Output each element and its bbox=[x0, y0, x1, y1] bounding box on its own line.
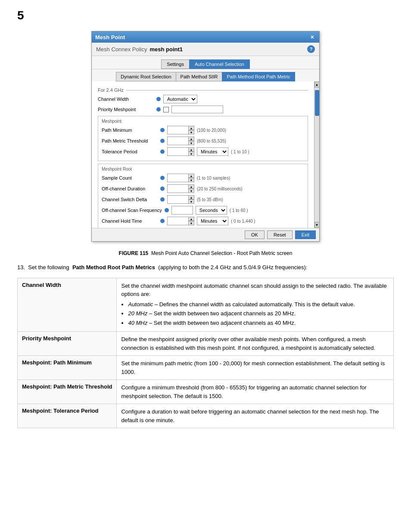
desc-cell: Set the minimum path metric (from 100 - … bbox=[117, 356, 394, 380]
scrollbar-down-button[interactable]: ▼ bbox=[314, 222, 320, 228]
path-metric-threshold-up[interactable]: ▲ bbox=[188, 137, 194, 141]
off-channel-scan-freq-unit-select[interactable]: Seconds Minutes bbox=[196, 206, 227, 215]
tab-settings[interactable]: Settings bbox=[161, 59, 189, 69]
desc-cell: Configure a duration to wait before trig… bbox=[117, 404, 394, 428]
desc-bullets: Automatic – Defines the channel width as… bbox=[128, 300, 389, 327]
dialog-title: Mesh Point bbox=[95, 34, 125, 40]
ok-button[interactable]: OK bbox=[245, 230, 265, 239]
meshpoint-section-title: Meshpoint bbox=[102, 119, 304, 124]
tolerance-period-input[interactable]: 1 bbox=[167, 147, 189, 156]
tolerance-period-spinner: 1 ▲ ▼ bbox=[167, 147, 194, 156]
subtab-path-method-root[interactable]: Path Method Root Path Metric bbox=[222, 72, 295, 81]
header-label: Mesh Connex Policy bbox=[96, 46, 147, 53]
tolerance-period-label: Tolerance Period bbox=[102, 149, 158, 154]
sample-count-label: Sample Count bbox=[102, 175, 158, 180]
off-channel-scan-freq-label: Off-channel Scan Frequency bbox=[102, 208, 162, 213]
channel-switch-delta-label: Channel Switch Delta bbox=[102, 197, 158, 202]
tolerance-period-info-dot bbox=[160, 149, 165, 154]
channel-switch-delta-down[interactable]: ▼ bbox=[188, 199, 194, 204]
path-minimum-down[interactable]: ▼ bbox=[188, 130, 194, 134]
figure-caption-text: Mesh Point Auto Channel Selection - Root… bbox=[151, 250, 293, 256]
tolerance-period-down[interactable]: ▼ bbox=[188, 152, 194, 156]
path-minimum-hint: (100 to 20,000) bbox=[197, 128, 226, 133]
page-number: 5 bbox=[17, 9, 394, 22]
list-item: Automatic – Defines the channel width as… bbox=[128, 300, 389, 309]
channel-hold-time-input[interactable]: 30 bbox=[167, 217, 189, 225]
path-minimum-up[interactable]: ▲ bbox=[188, 126, 194, 130]
subtab-dynamic-root[interactable]: Dynamic Root Selection bbox=[116, 72, 175, 81]
channel-hold-time-label: Channel Hold Time bbox=[102, 218, 158, 224]
channel-width-select[interactable]: Automatic 20 MHz 40 MHz bbox=[163, 95, 197, 103]
off-channel-duration-down[interactable]: ▼ bbox=[188, 189, 194, 193]
dialog-header-left: Mesh Connex Policy mesh point1 bbox=[96, 46, 183, 53]
desc-cell: Set the channel width meshpoint automati… bbox=[117, 278, 394, 332]
term-cell: Priority Meshpoint bbox=[18, 332, 117, 356]
term-cell: Meshpoint: Tolerance Period bbox=[18, 404, 117, 428]
scrollbar-up-button[interactable]: ▲ bbox=[314, 81, 320, 87]
channel-hold-time-up[interactable]: ▲ bbox=[188, 217, 194, 221]
desc-text: Set the minimum path metric (from 100 - … bbox=[121, 360, 385, 375]
channel-switch-delta-input[interactable]: 10 bbox=[167, 195, 189, 204]
table-row: Meshpoint: Tolerance PeriodConfigure a d… bbox=[18, 404, 394, 428]
path-metric-threshold-label: Path Metric Threshold bbox=[102, 138, 158, 143]
close-button[interactable]: × bbox=[309, 34, 316, 40]
table-row: Channel WidthSet the channel width meshp… bbox=[18, 278, 394, 332]
meshpoint-root-section-title: Meshpoint Root bbox=[102, 167, 304, 171]
step-bold: Path Method Root Path Metrics bbox=[72, 264, 155, 271]
channel-switch-delta-spinner: 10 ▲ ▼ bbox=[167, 195, 194, 204]
sample-count-spinner: 5 ▲ ▼ bbox=[167, 174, 194, 182]
tab-auto-channel[interactable]: Auto Channel Selection bbox=[189, 59, 250, 69]
scrollbar-thumb[interactable] bbox=[315, 90, 319, 116]
off-channel-duration-up[interactable]: ▲ bbox=[188, 184, 194, 189]
sample-count-up[interactable]: ▲ bbox=[188, 174, 194, 178]
help-icon[interactable]: ? bbox=[307, 45, 315, 53]
desc-cell: Configure a minimum threshold (from 800 … bbox=[117, 380, 394, 404]
channel-hold-time-spinner-buttons: ▲ ▼ bbox=[188, 217, 194, 225]
off-channel-scan-freq-hint: ( 1 to 60 ) bbox=[230, 208, 248, 213]
channel-switch-delta-up[interactable]: ▲ bbox=[188, 195, 194, 199]
dialog-scrollbar[interactable]: ▲ ▼ bbox=[314, 81, 319, 228]
path-metric-threshold-down[interactable]: ▼ bbox=[188, 141, 194, 145]
priority-meshpoint-input[interactable] bbox=[171, 106, 223, 113]
off-channel-duration-hint: (20 to 250 milliseconds) bbox=[197, 187, 243, 191]
tolerance-period-up[interactable]: ▲ bbox=[188, 147, 194, 152]
priority-meshpoint-info-dot bbox=[156, 107, 161, 112]
channel-switch-delta-info-dot bbox=[160, 197, 165, 202]
off-channel-duration-row: Off-channel Duration 50 ▲ ▼ (20 to 250 m… bbox=[102, 184, 304, 193]
meshpoint-section: Meshpoint Path Minimum 1000 ▲ ▼ (100 t bbox=[98, 116, 308, 161]
tolerance-period-hint: ( 1 to 10 ) bbox=[231, 149, 249, 154]
dialog-titlebar: Mesh Point × bbox=[92, 31, 319, 43]
dialog-body: For 2.4 GHz Channel Width Automatic 20 M… bbox=[92, 81, 314, 228]
figure-caption-prefix: FIGURE 115 bbox=[119, 250, 149, 256]
header-value: mesh point1 bbox=[150, 46, 183, 53]
path-minimum-label: Path Minimum bbox=[102, 128, 158, 133]
channel-hold-time-row: Channel Hold Time 30 ▲ ▼ Minutes Seconds bbox=[102, 217, 304, 225]
channel-width-info-dot bbox=[156, 97, 161, 101]
subtab-path-method-siir[interactable]: Path Method SIIR bbox=[176, 72, 222, 81]
sample-count-down[interactable]: ▼ bbox=[188, 178, 194, 182]
dialog-wrapper: Mesh Point × Mesh Connex Policy mesh poi… bbox=[17, 31, 394, 242]
desc-text: Set the channel width meshpoint automati… bbox=[121, 283, 386, 298]
exit-button[interactable]: Exit bbox=[295, 230, 316, 239]
main-tabs: Settings Auto Channel Selection bbox=[92, 56, 319, 69]
path-minimum-spinner: 1000 ▲ ▼ bbox=[167, 126, 194, 134]
tolerance-period-unit-select[interactable]: Minutes Seconds bbox=[197, 147, 228, 156]
off-channel-duration-input[interactable]: 50 bbox=[167, 184, 189, 193]
channel-hold-time-down[interactable]: ▼ bbox=[188, 221, 194, 225]
mesh-point-dialog: Mesh Point × Mesh Connex Policy mesh poi… bbox=[91, 31, 320, 242]
reset-button[interactable]: Reset bbox=[267, 230, 293, 239]
off-channel-scan-freq-info-dot bbox=[165, 208, 169, 212]
table-row: Meshpoint: Path Metric ThresholdConfigur… bbox=[18, 380, 394, 404]
sample-count-hint: (1 to 10 samples) bbox=[197, 176, 230, 180]
off-channel-scan-freq-row: Off-channel Scan Frequency 6 Seconds Min… bbox=[102, 206, 304, 215]
sample-count-input[interactable]: 5 bbox=[167, 174, 189, 182]
off-channel-scan-freq-input[interactable]: 6 bbox=[171, 206, 193, 215]
path-minimum-info-dot bbox=[160, 128, 165, 132]
channel-hold-time-unit-select[interactable]: Minutes Seconds bbox=[197, 217, 228, 225]
path-metric-threshold-input[interactable]: 1500 bbox=[167, 137, 189, 145]
term-cell: Meshpoint: Path Minimum bbox=[18, 356, 117, 380]
priority-meshpoint-row: Priority Meshpoint bbox=[98, 106, 308, 113]
path-minimum-input[interactable]: 1000 bbox=[167, 126, 189, 134]
off-channel-duration-info-dot bbox=[160, 187, 165, 191]
priority-meshpoint-checkbox[interactable] bbox=[163, 107, 169, 112]
